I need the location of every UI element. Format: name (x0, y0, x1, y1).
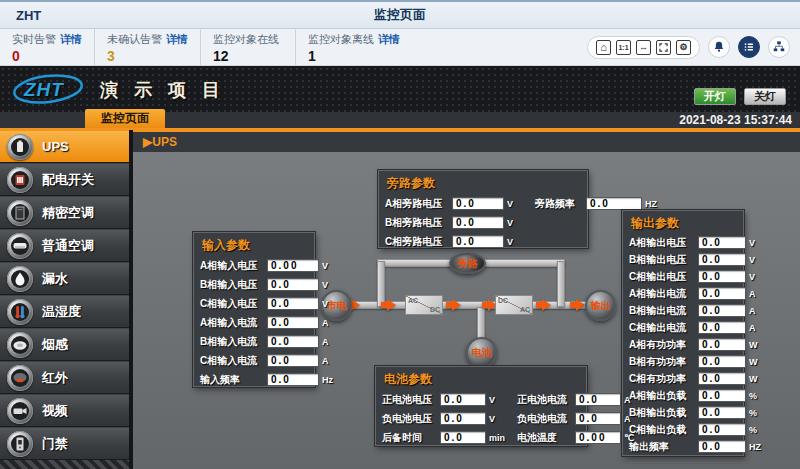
stat-value: 0 (12, 48, 82, 64)
detail-link[interactable]: 详情 (378, 33, 400, 45)
param-label: B相输出电流 (629, 304, 695, 318)
thermometer-icon (7, 299, 33, 325)
param-label: C相输入电压 (200, 297, 264, 311)
water-drop-icon (7, 266, 33, 292)
param-row: 负电池电压0.0V负电池电流0.0A (376, 409, 586, 428)
main-area: ▶UPS AC DC (133, 130, 800, 469)
param-label: A相输出电压 (629, 236, 695, 250)
stat-label: 监控对象离线 (308, 33, 374, 45)
param-label: C相有功功率 (629, 372, 695, 386)
sidebar-item-video[interactable]: 视频 (0, 394, 129, 427)
param-row: A相输入电流0.0A (194, 313, 314, 332)
param-label: C相输出电压 (629, 270, 695, 284)
param-value-box: 0.0 (698, 304, 746, 317)
param-value-box: 0.0 (575, 393, 621, 406)
sidebar: UPS配电开关精密空调普通空调漏水温湿度烟感红外视频门禁 (0, 130, 133, 469)
param-row: C相输入电流0.0A (194, 351, 314, 370)
sidebar-items: UPS配电开关精密空调普通空调漏水温湿度烟感红外视频门禁 (0, 130, 129, 460)
stat-unconfirmed-alarms: 未确认告警详情 3 (95, 29, 201, 65)
sidebar-item-water-leak[interactable]: 漏水 (0, 262, 129, 295)
ups-canvas: AC DC DC AC 市电 旁路 电池 输出 旁路参数 A相旁路电压0.0V旁… (133, 152, 800, 469)
param-unit: A (749, 323, 767, 333)
param-unit: V (749, 238, 767, 248)
param-value-box: 0.0 (698, 423, 746, 436)
param-unit: V (749, 255, 767, 265)
alarm-list-icon[interactable] (738, 36, 760, 58)
param-label: B相旁路电压 (385, 216, 449, 230)
sidebar-item-access[interactable]: 门禁 (0, 427, 129, 460)
output-node[interactable]: 输出 (585, 290, 616, 321)
param-unit: HZ (645, 199, 663, 209)
param-row: C相输入电压0.0V (194, 294, 314, 313)
view-tools: ⌂ 1:1 ↔ ⚙ (587, 36, 700, 59)
param-unit: W (749, 357, 767, 367)
sitemap-icon[interactable] (768, 36, 790, 58)
flow-arrow-icon (351, 299, 360, 311)
sidebar-item-label: 漏水 (42, 270, 68, 288)
stat-value: 1 (308, 48, 400, 64)
stat-label: 未确认告警 (107, 33, 162, 45)
param-label: B相输出电压 (629, 253, 695, 267)
detail-link[interactable]: 详情 (60, 33, 82, 45)
converter-label: AC (408, 297, 418, 304)
param-unit: min (489, 433, 507, 443)
param-label: A相旁路电压 (385, 197, 449, 211)
sidebar-item-ups[interactable]: UPS (0, 130, 129, 163)
panel-title: 旁路参数 (379, 171, 587, 194)
detail-link[interactable]: 详情 (166, 33, 188, 45)
param-row: 输入频率0.0Hz (194, 370, 314, 389)
sidebar-item-smoke[interactable]: 烟感 (0, 328, 129, 361)
sidebar-item-label: UPS (42, 139, 69, 154)
sidebar-item-power-switch[interactable]: 配电开关 (0, 163, 129, 196)
banner: ZHT 演示项目 开灯 关灯 (0, 66, 800, 112)
input-params-panel: 输入参数 A相输入电压0.00VB相输入电压0.0VC相输入电压0.0VA相输入… (193, 232, 315, 387)
home-icon[interactable]: ⌂ (596, 40, 611, 55)
param-row: B相有功功率0.0W (623, 353, 743, 370)
fit-width-icon[interactable]: ↔ (636, 40, 651, 55)
param-row: A相输入电压0.00V (194, 256, 314, 275)
light-off-button[interactable]: 关灯 (744, 88, 786, 105)
param-unit: A (624, 414, 642, 424)
param-unit: V (507, 218, 525, 228)
param-label: 输入频率 (200, 373, 264, 387)
param-label: A相有功功率 (629, 338, 695, 352)
settings-icon[interactable]: ⚙ (676, 40, 691, 55)
param-label: 负电池电流 (517, 412, 572, 426)
param-row: 后备时间0.0min电池温度0.00℃ (376, 428, 586, 447)
sidebar-item-infrared[interactable]: 红外 (0, 361, 129, 394)
sidebar-item-label: 配电开关 (42, 171, 94, 189)
tab-monitoring-page[interactable]: 监控页面 (85, 109, 165, 128)
breadcrumb: ▶UPS (133, 130, 800, 152)
breaker-icon (7, 167, 33, 193)
param-unit: A (322, 356, 340, 366)
sidebar-hatch (0, 460, 129, 469)
top-header: ZHT 监控页面 (0, 0, 800, 29)
sidebar-item-precision-ac[interactable]: 精密空调 (0, 196, 129, 229)
battery-node[interactable]: 电池 (466, 337, 497, 368)
sidebar-item-normal-ac[interactable]: 普通空调 (0, 229, 129, 262)
sidebar-item-label: 普通空调 (42, 237, 94, 255)
bypass-params-panel: 旁路参数 A相旁路电压0.0V旁路频率0.0HZB相旁路电压0.0VC相旁路电压… (378, 170, 588, 248)
param-unit: A (749, 306, 767, 316)
param-label: 负电池电压 (382, 412, 437, 426)
param-unit: A (624, 395, 642, 405)
param-value-box: 0.0 (698, 372, 746, 385)
param-value-box: 0.00 (267, 259, 319, 272)
light-on-button[interactable]: 开灯 (694, 88, 736, 105)
param-value-box: 0.0 (440, 393, 486, 406)
param-value-box: 0.0 (267, 373, 319, 386)
bell-icon[interactable] (708, 36, 730, 58)
bypass-node[interactable]: 旁路 (449, 253, 486, 274)
sidebar-item-temp-humidity[interactable]: 温湿度 (0, 295, 129, 328)
param-value-box: 0.0 (698, 236, 746, 249)
param-unit: HZ (749, 442, 767, 452)
fullscreen-icon[interactable] (656, 40, 671, 55)
param-label: B相输入电压 (200, 278, 264, 292)
param-label: 正电池电流 (517, 393, 572, 407)
sidebar-item-label: 红外 (42, 369, 68, 387)
param-label: C相输入电流 (200, 354, 264, 368)
param-value-box: 0.0 (267, 278, 319, 291)
param-label: A相输出电流 (629, 287, 695, 301)
param-value-box: 0.0 (440, 412, 486, 425)
one-to-one-icon[interactable]: 1:1 (616, 40, 631, 55)
